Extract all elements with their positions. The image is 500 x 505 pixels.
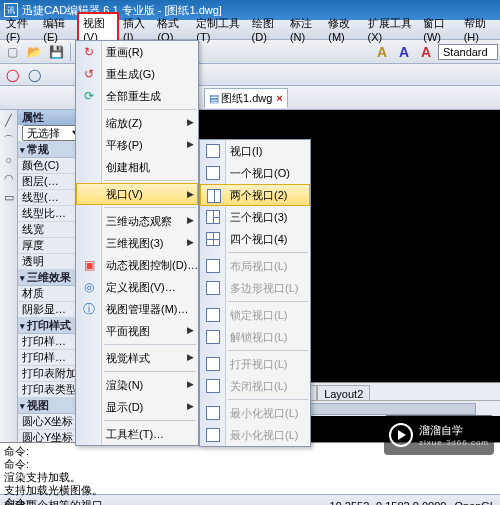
- menu-item-label: 渲染(N): [106, 378, 143, 393]
- viewport-submenu: 视口(I)一个视口(O)两个视口(2)三个视口(3)四个视口(4)布局视口(L)…: [199, 139, 311, 447]
- save-icon[interactable]: 💾: [46, 42, 66, 62]
- viewport-menu-item[interactable]: 两个视口(2): [200, 184, 310, 206]
- view-menu-item[interactable]: 缩放(Z)▶: [76, 112, 198, 134]
- menu-item-label: 解锁视口(L): [230, 330, 287, 345]
- menu-item-label: 动态视图控制(D)…: [106, 258, 198, 273]
- layer2-icon[interactable]: ◯: [24, 65, 44, 85]
- menu-help[interactable]: 帮助(H): [460, 14, 498, 45]
- viewport-icon: [204, 257, 222, 275]
- tool-rail: ╱ ⌒ ○ ◠ ▭: [0, 110, 18, 442]
- menu-ext[interactable]: 扩展工具(X): [364, 14, 420, 45]
- viewport-menu-item[interactable]: 视口(I): [200, 140, 310, 162]
- menu-item-icon: ⟳: [80, 87, 98, 105]
- viewport-icon: [204, 404, 222, 422]
- arc-tool-icon[interactable]: ◠: [4, 172, 14, 185]
- menu-dim[interactable]: 标注(N): [286, 14, 324, 45]
- menu-item-label: 关闭视口(L): [230, 379, 287, 394]
- submenu-arrow-icon: ▶: [187, 117, 194, 127]
- doc-tab-active[interactable]: ▤ 图纸1.dwg ×: [204, 88, 288, 108]
- viewport-icon: [204, 164, 222, 182]
- view-menu-item[interactable]: 渲染(N)▶: [76, 374, 198, 396]
- view-menu-item[interactable]: 创建相机: [76, 156, 198, 178]
- viewport-menu-item[interactable]: 三个视口(3): [200, 206, 310, 228]
- view-menu-item[interactable]: 视口(V)▶: [76, 183, 198, 205]
- style-combo[interactable]: Standard: [438, 44, 498, 60]
- menu-item-label: 三维视图(3): [106, 236, 163, 251]
- viewport-icon: [204, 306, 222, 324]
- viewport-menu-item: 最小化视口(L): [200, 424, 310, 446]
- menu-item-label: 缩放(Z): [106, 116, 142, 131]
- menu-item-label: 三维动态观察: [106, 214, 172, 229]
- viewport-menu-item: 最小化视口(L): [200, 402, 310, 424]
- menu-modify[interactable]: 修改(M): [324, 14, 363, 45]
- submenu-arrow-icon: ▶: [187, 401, 194, 411]
- viewport-icon: [204, 355, 222, 373]
- menu-item-label: 锁定视口(L): [230, 308, 287, 323]
- view-menu-item[interactable]: ⓘ视图管理器(M)…: [76, 298, 198, 320]
- menu-item-label: 创建相机: [106, 160, 150, 175]
- menu-item-icon: ⓘ: [80, 300, 98, 318]
- viewport-menu-item: 关闭视口(L): [200, 375, 310, 397]
- viewport-icon: [204, 230, 222, 248]
- polyline-tool-icon[interactable]: ⌒: [3, 133, 14, 148]
- viewport-icon: [204, 142, 222, 160]
- viewport-menu-item: 解锁视口(L): [200, 326, 310, 348]
- viewport-icon: [204, 377, 222, 395]
- viewport-menu-item[interactable]: 一个视口(O): [200, 162, 310, 184]
- menu-item-label: 视口(V): [106, 187, 143, 202]
- menu-item-label: 四个视口(4): [230, 232, 287, 247]
- menu-edit[interactable]: 编辑(E): [39, 14, 77, 45]
- menu-item-label: 视图管理器(M)…: [106, 302, 189, 317]
- view-menu-item[interactable]: ▣动态视图控制(D)…: [76, 254, 198, 276]
- view-menu-item[interactable]: 视觉样式▶: [76, 347, 198, 369]
- menu-item-icon: ◎: [80, 278, 98, 296]
- new-icon[interactable]: ▢: [2, 42, 22, 62]
- view-menu-item[interactable]: 三维动态观察▶: [76, 210, 198, 232]
- submenu-arrow-icon: ▶: [187, 189, 194, 199]
- layer-icon[interactable]: ◯: [2, 65, 22, 85]
- submenu-arrow-icon: ▶: [187, 352, 194, 362]
- menu-tools[interactable]: 定制工具(T): [192, 14, 247, 45]
- view-menu-item[interactable]: ↻重画(R): [76, 41, 198, 63]
- close-tab-icon[interactable]: ×: [276, 92, 282, 104]
- help-icon3[interactable]: A: [416, 42, 436, 62]
- cmd-line-3: 渲染支持加载。: [4, 471, 496, 484]
- line-tool-icon[interactable]: ╱: [5, 114, 12, 127]
- view-menu-item[interactable]: ◎定义视图(V)…: [76, 276, 198, 298]
- menu-item-label: 视口(I): [230, 144, 262, 159]
- rect-tool-icon[interactable]: ▭: [4, 191, 14, 204]
- view-menu-item[interactable]: ↺重生成(G): [76, 63, 198, 85]
- open-icon[interactable]: 📂: [24, 42, 44, 62]
- help-icon2[interactable]: A: [394, 42, 414, 62]
- help-icon[interactable]: A: [372, 42, 392, 62]
- watermark-brand: 溜溜自学: [419, 424, 463, 436]
- menu-item-label: 布局视口(L): [230, 259, 287, 274]
- view-menu-item[interactable]: ⟳全部重生成: [76, 85, 198, 107]
- menu-item-label: 打开视口(L): [230, 357, 287, 372]
- menu-item-label: 重画(R): [106, 45, 143, 60]
- viewport-menu-item[interactable]: 四个视口(4): [200, 228, 310, 250]
- menu-item-label: 视觉样式: [106, 351, 150, 366]
- menu-file[interactable]: 文件(F): [2, 14, 39, 45]
- menu-item-label: 平移(P): [106, 138, 143, 153]
- menu-draw[interactable]: 绘图(D): [248, 14, 286, 45]
- layout-tab-layout2[interactable]: Layout2: [317, 385, 370, 401]
- view-menu-item[interactable]: 平移(P)▶: [76, 134, 198, 156]
- view-menu-item[interactable]: 显示(D)▶: [76, 396, 198, 418]
- cmd-line-4: 支持加载光横图像。: [4, 484, 496, 497]
- menu-item-label: 平面视图: [106, 324, 150, 339]
- menu-item-label: 全部重生成: [106, 89, 161, 104]
- cmd-line-2: 命令:: [4, 458, 496, 471]
- submenu-arrow-icon: ▶: [187, 215, 194, 225]
- menu-window[interactable]: 窗口(W): [419, 14, 459, 45]
- viewport-icon: [204, 279, 222, 297]
- viewport-menu-item: 布局视口(L): [200, 255, 310, 277]
- view-menu-item[interactable]: 三维视图(3)▶: [76, 232, 198, 254]
- menu-item-label: 工具栏(T)…: [106, 427, 164, 442]
- view-menu-item[interactable]: 工具栏(T)…: [76, 423, 198, 445]
- circle-tool-icon[interactable]: ○: [5, 154, 12, 166]
- view-menu-item[interactable]: 平面视图▶: [76, 320, 198, 342]
- menu-item-label: 最小化视口(L): [230, 428, 298, 443]
- viewport-icon: [204, 208, 222, 226]
- menu-item-label: 最小化视口(L): [230, 406, 298, 421]
